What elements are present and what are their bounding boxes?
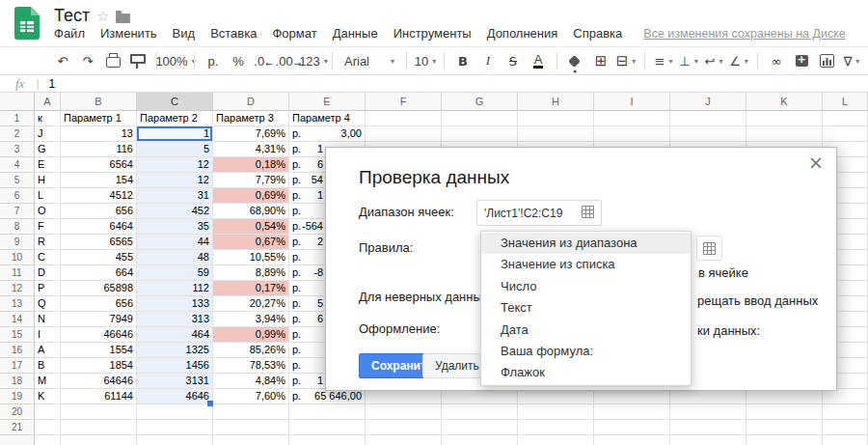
cell-Kx[interactable]	[746, 435, 823, 445]
cell-A19[interactable]: K	[35, 389, 61, 404]
cell-J1[interactable]	[670, 111, 746, 126]
cell-B8[interactable]: 6464	[61, 219, 137, 235]
column-header-I[interactable]: I	[594, 93, 670, 111]
insert-link-button[interactable]: ∞	[766, 49, 787, 72]
cell-D21[interactable]	[213, 420, 289, 435]
column-header-J[interactable]: J	[670, 93, 746, 111]
menu-item-8[interactable]: Дополнения	[487, 26, 558, 41]
cell-L21[interactable]	[823, 420, 868, 435]
menu-item-6[interactable]: Данные	[333, 26, 378, 41]
cell-G2[interactable]	[442, 126, 518, 142]
cell-H19[interactable]	[518, 389, 594, 404]
cell-A3[interactable]: G	[35, 142, 61, 157]
row-header-19[interactable]: 19	[0, 389, 35, 404]
format-currency-button[interactable]: р.	[203, 49, 224, 72]
cell-D4[interactable]: 0,18%	[213, 157, 289, 173]
cell-G1[interactable]	[442, 111, 518, 126]
fill-color-button[interactable]	[565, 49, 586, 72]
menu-item-7[interactable]: Инструменты	[393, 26, 472, 41]
cell-A13[interactable]: Q	[35, 296, 61, 312]
cell-C8[interactable]: 35	[137, 219, 213, 235]
cell-B14[interactable]: 7949	[61, 312, 137, 327]
cell-L1[interactable]	[823, 111, 868, 126]
row-header-3[interactable]: 3	[0, 142, 35, 157]
cell-J20[interactable]	[670, 404, 746, 420]
cell-D10[interactable]: 10,55%	[213, 250, 289, 265]
row-header-11[interactable]: 11	[0, 265, 35, 281]
cell-Cx[interactable]	[137, 435, 213, 445]
cell-D7[interactable]: 68,90%	[213, 204, 289, 219]
row-header-20[interactable]: 20	[0, 404, 35, 420]
cell-B9[interactable]: 6565	[61, 235, 137, 250]
cell-A4[interactable]: E	[35, 157, 61, 173]
increase-decimal-button[interactable]: .00→	[278, 49, 299, 72]
cell-D12[interactable]: 0,17%	[213, 281, 289, 296]
cell-A5[interactable]: H	[35, 173, 61, 188]
cell-Fx[interactable]	[366, 435, 442, 445]
move-to-folder-icon[interactable]	[116, 14, 130, 23]
dropdown-item-4[interactable]: Текст	[481, 297, 691, 319]
cell-A9[interactable]: R	[35, 235, 61, 250]
cell-A18[interactable]: M	[35, 374, 61, 389]
row-header-17[interactable]: 17	[0, 358, 35, 374]
cell-B12[interactable]: 65898	[61, 281, 137, 296]
cell-A6[interactable]: L	[35, 188, 61, 204]
italic-button[interactable]: I	[477, 49, 499, 72]
cell-Dx[interactable]	[213, 435, 289, 445]
cell-C19[interactable]: 4646	[137, 389, 213, 404]
horizontal-align-button[interactable]: ≡▾	[653, 49, 674, 72]
cell-I19[interactable]	[594, 389, 670, 404]
text-wrap-button[interactable]: ↩▾	[703, 49, 724, 72]
cell-Ax[interactable]	[35, 435, 61, 445]
cell-C18[interactable]: 3131	[137, 374, 213, 389]
cell-F2[interactable]	[366, 126, 442, 142]
menu-item-3[interactable]: Вид	[173, 26, 196, 41]
cell-F20[interactable]	[366, 404, 442, 420]
cell-E1[interactable]: Параметр 4	[289, 111, 366, 126]
row-header-13[interactable]: 13	[0, 296, 35, 312]
close-icon[interactable]: ×	[808, 153, 824, 172]
column-header-A[interactable]: A	[35, 93, 61, 111]
row-header-1[interactable]: 1	[0, 111, 35, 126]
column-header-D[interactable]: D	[213, 93, 289, 111]
row-header-5[interactable]: 5	[0, 173, 35, 188]
number-format-button[interactable]: 123▾	[303, 49, 324, 72]
column-header-E[interactable]: E	[289, 93, 366, 111]
row-header-14[interactable]: 14	[0, 312, 35, 327]
cell-H21[interactable]	[518, 420, 594, 435]
column-header-K[interactable]: K	[746, 93, 823, 111]
cell-C11[interactable]: 59	[137, 265, 213, 281]
column-header-B[interactable]: B	[61, 93, 137, 111]
cell-K1[interactable]	[746, 111, 823, 126]
menu-item-9[interactable]: Справка	[573, 26, 622, 41]
bold-button[interactable]: B	[452, 49, 474, 72]
cell-B2[interactable]: 13	[61, 126, 137, 142]
strikethrough-button[interactable]: S	[502, 49, 524, 72]
zoom-select[interactable]: 100%▾	[165, 49, 186, 72]
cell-E2[interactable]: р.3,00	[289, 126, 366, 142]
cell-D3[interactable]: 4,31%	[213, 142, 289, 157]
row-header-16[interactable]: 16	[0, 343, 35, 358]
cell-A2[interactable]: J	[35, 126, 61, 142]
cell-Gx[interactable]	[442, 435, 518, 445]
cell-A16[interactable]: A	[35, 343, 61, 358]
merge-cells-button[interactable]: ⊟▾	[615, 49, 637, 72]
row-header-7[interactable]: 7	[0, 204, 35, 219]
cell-C1[interactable]: Параметр 2	[137, 111, 213, 126]
cell-G21[interactable]	[442, 420, 518, 435]
row-header-2[interactable]: 2	[0, 126, 35, 142]
column-header-F[interactable]: F	[366, 93, 442, 111]
cell-Hx[interactable]	[518, 435, 594, 445]
cell-A17[interactable]: B	[35, 358, 61, 374]
dropdown-item-7[interactable]: Флажок	[481, 362, 691, 383]
cell-B13[interactable]: 656	[61, 296, 137, 312]
cell-I1[interactable]	[594, 111, 670, 126]
cell-B4[interactable]: 6564	[61, 157, 137, 173]
cell-E19[interactable]: р.65 646,00	[289, 389, 366, 404]
cell-B5[interactable]: 154	[61, 173, 137, 188]
cell-A15[interactable]: I	[35, 327, 61, 343]
select-all-corner[interactable]	[0, 93, 35, 111]
cell-C21[interactable]	[137, 420, 213, 435]
cell-H2[interactable]	[518, 126, 594, 142]
print-button[interactable]	[102, 49, 123, 72]
